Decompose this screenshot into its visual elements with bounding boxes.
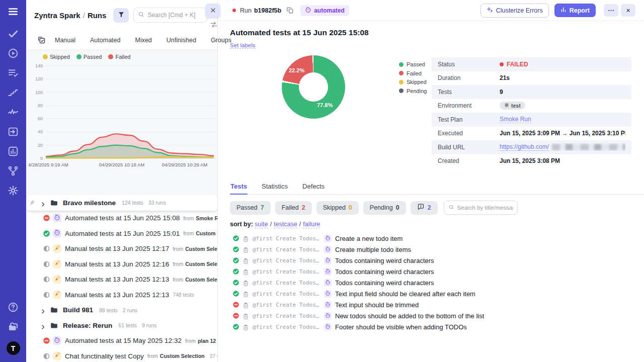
close-run-button[interactable]: × bbox=[621, 4, 635, 17]
info-row-tests: Tests9 bbox=[432, 85, 631, 99]
build-url-link[interactable]: https://github.com/ bbox=[500, 143, 549, 151]
sidebar-item-steps[interactable] bbox=[7, 87, 19, 100]
sidebar-item-menu[interactable] bbox=[7, 7, 19, 19]
run-row[interactable]: Manual tests at 13 Jun 2025 12:16fromCus… bbox=[26, 256, 217, 272]
test-row[interactable]: @first Create Todos…Create multiple todo… bbox=[230, 244, 644, 255]
filter-pill-skipped[interactable]: Skipped0 bbox=[316, 201, 359, 215]
clusterize-errors-button[interactable]: Clusterize Errors bbox=[480, 4, 549, 18]
run-row[interactable]: Automated tests at 15 Jun 2025 15:08from… bbox=[26, 211, 217, 226]
run-folder-row[interactable]: Bravo milestone124 tests33 runs bbox=[26, 195, 217, 211]
test-row[interactable]: @first Create Todos…Text input field sho… bbox=[230, 288, 644, 299]
test-row[interactable]: @first Create Todos…Todos containing wei… bbox=[230, 255, 644, 266]
runs-trend-chart: SkippedPassedFailed 1401201008060402004/… bbox=[26, 50, 217, 195]
panel-close-button[interactable] bbox=[205, 4, 220, 18]
report-button[interactable]: Report bbox=[554, 4, 596, 17]
run-row[interactable]: Manual tests at 13 Jun 2025 12:17fromCus… bbox=[26, 241, 217, 257]
test-suite-path: @first Create Todos… bbox=[253, 302, 319, 308]
run-row[interactable]: Chat functinality test CopyfromCustom Se… bbox=[26, 348, 217, 362]
bar-chart-icon bbox=[560, 7, 567, 14]
more-actions-button[interactable]: ⋯ bbox=[604, 4, 618, 17]
tab-groups[interactable]: Groups bbox=[211, 37, 231, 44]
sidebar-item-plans-list-check[interactable] bbox=[7, 68, 19, 80]
sidebar-item-pulse[interactable] bbox=[7, 107, 19, 119]
sort-bar: sort by: suite/testcase/failure bbox=[230, 221, 644, 228]
chevron-right-icon[interactable] bbox=[40, 323, 46, 328]
legend-dot bbox=[76, 54, 82, 59]
tests-search[interactable] bbox=[444, 201, 518, 215]
sidebar-item-settings-gear[interactable] bbox=[7, 186, 19, 198]
donut-legend-item-failed: Failed bbox=[399, 70, 427, 76]
sidebar-item-help[interactable] bbox=[7, 302, 19, 314]
sidebar-item-branches[interactable] bbox=[7, 166, 19, 178]
select-all-icon[interactable] bbox=[37, 36, 46, 44]
robot-chip bbox=[324, 290, 332, 298]
legend-dot bbox=[399, 62, 404, 67]
svg-text:100: 100 bbox=[35, 90, 43, 95]
run-from-name: Custom Selection bbox=[196, 230, 217, 236]
run-row[interactable]: Automated tests at 15 May 2025 12:32from… bbox=[26, 333, 217, 349]
chevron-right-icon[interactable] bbox=[40, 307, 46, 313]
passed-status-icon bbox=[232, 323, 239, 330]
results-donut-chart: 22.2% 77.8% bbox=[282, 55, 345, 119]
confetti-icon bbox=[54, 351, 60, 360]
sidebar-item-analytics[interactable] bbox=[7, 146, 19, 158]
sidebar-item-import[interactable] bbox=[7, 127, 19, 139]
donut-passed-label: 77.8% bbox=[317, 102, 333, 108]
tab-defects[interactable]: Defects bbox=[302, 179, 325, 194]
confetti-chip bbox=[53, 291, 61, 299]
app-logo[interactable]: T bbox=[7, 341, 20, 355]
run-row[interactable]: Manual tests at 13 Jun 2025 12:13748 tes… bbox=[26, 287, 217, 303]
copy-icon bbox=[286, 8, 294, 16]
chevron-right-icon[interactable] bbox=[40, 200, 46, 206]
sort-by-failure[interactable]: failure bbox=[303, 221, 320, 228]
test-row[interactable]: @first Create Todos…Todos containing wei… bbox=[230, 277, 644, 288]
info-text-value: 9 bbox=[500, 88, 503, 96]
run-folder-row[interactable]: Build 98188 tests2 runs bbox=[26, 303, 217, 318]
run-status-dot bbox=[232, 9, 236, 12]
runs-search-input[interactable] bbox=[147, 12, 203, 19]
test-row[interactable]: @first Create Todos…Create a new todo it… bbox=[230, 233, 644, 244]
breadcrumb-project[interactable]: Zyntra Spark bbox=[34, 11, 80, 20]
sort-by-suite[interactable]: suite bbox=[255, 221, 268, 228]
status-value: FAILED bbox=[507, 61, 528, 68]
test-row[interactable]: @first Create Todos…New todos should be … bbox=[230, 310, 644, 321]
tab-automated[interactable]: Automated bbox=[90, 37, 120, 44]
comments-filter-pill[interactable]: 2 bbox=[411, 201, 438, 215]
test-row[interactable]: @first Create Todos…Footer should be vis… bbox=[230, 321, 644, 332]
test-row[interactable]: @first Create Todos…Text input should be… bbox=[230, 299, 644, 310]
tests-search-input[interactable] bbox=[457, 205, 513, 211]
filter-pill-passed[interactable]: Passed7 bbox=[230, 201, 271, 215]
run-title: Automated tests at 15 Jun 2025 15:01 bbox=[65, 230, 180, 237]
run-row[interactable]: Manual tests at 13 Jun 2025 12:13fromCus… bbox=[26, 272, 217, 288]
sidebar-item-projects-folders[interactable] bbox=[7, 322, 19, 334]
tab-manual[interactable]: Manual bbox=[55, 37, 75, 44]
passed-status-icon bbox=[232, 279, 239, 286]
folder-icon bbox=[50, 199, 58, 207]
test-plan-link[interactable]: Smoke Run bbox=[500, 116, 531, 123]
tab-mixed[interactable]: Mixed bbox=[135, 37, 151, 44]
clipboard-icon bbox=[243, 324, 249, 330]
filter-pill-failed[interactable]: Failed2 bbox=[275, 201, 312, 215]
runs-type-tabs: Manual Automated Mixed Unfinished Groups bbox=[26, 30, 217, 50]
failed-dot-icon bbox=[500, 62, 504, 66]
sort-by-testcase[interactable]: testcase bbox=[274, 221, 297, 228]
tab-tests[interactable]: Tests bbox=[230, 179, 248, 194]
sidebar-item-tests-check[interactable] bbox=[7, 29, 19, 41]
report-label: Report bbox=[570, 7, 590, 14]
sidebar-item-runs-play[interactable] bbox=[7, 48, 19, 60]
set-labels-link[interactable]: Set labels bbox=[230, 42, 256, 49]
passed-status-icon bbox=[232, 268, 239, 275]
test-row[interactable]: @first Create Todos…Todos containing wei… bbox=[230, 266, 644, 277]
filter-pill-pending[interactable]: Pending0 bbox=[363, 201, 406, 215]
tab-statistics[interactable]: Statistics bbox=[261, 179, 288, 194]
automated-badge[interactable]: automated bbox=[300, 5, 349, 16]
runs-search[interactable] bbox=[133, 8, 207, 23]
copy-run-id-button[interactable] bbox=[286, 7, 294, 15]
run-folder-row[interactable]: Release: Rerun61 tests9 runs bbox=[26, 318, 217, 333]
tab-unfinished[interactable]: Unfinished bbox=[167, 37, 196, 44]
info-row-build-url: Build URLhttps://github.com/ bbox=[432, 140, 631, 154]
run-row[interactable]: Automated tests at 15 Jun 2025 15:01from… bbox=[26, 226, 217, 241]
swap-panels-icon[interactable] bbox=[210, 21, 218, 27]
filter-button[interactable] bbox=[113, 8, 129, 23]
failed-status-icon bbox=[232, 312, 239, 319]
